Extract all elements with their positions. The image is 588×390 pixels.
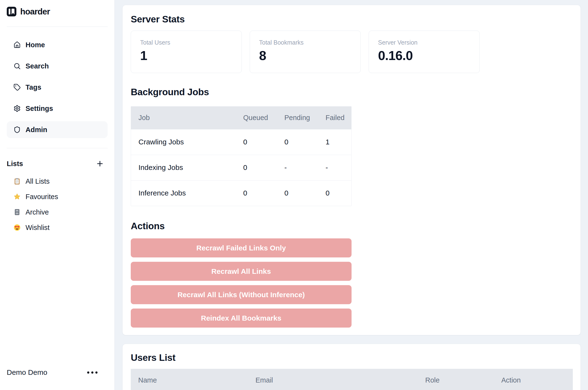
star-icon: [13, 193, 21, 200]
plus-icon: [96, 160, 104, 168]
users-list-title: Users List: [131, 352, 572, 363]
user-name: Demo Demo: [7, 368, 47, 377]
server-stats-title: Server Stats: [131, 14, 572, 25]
stat-card-total-bookmarks: Total Bookmarks 8: [250, 31, 361, 73]
ellipsis-icon: [87, 371, 89, 374]
sidebar-item-search[interactable]: Search: [7, 58, 108, 74]
queued-cell: 0: [243, 129, 284, 155]
clipboard-icon: [13, 178, 21, 185]
table-row-inference-jobs: Inference Jobs 0 0 0: [131, 180, 351, 206]
recrawl-failed-links-button[interactable]: Recrawl Failed Links Only: [131, 238, 352, 257]
pending-cell: -: [284, 155, 325, 180]
stat-label: Total Bookmarks: [259, 39, 353, 46]
sidebar-item-label: Tags: [26, 83, 41, 91]
sidebar-divider: [7, 27, 108, 27]
hoarder-app: hoarder Home Search Tags: [0, 0, 588, 390]
queued-cell: 0: [243, 155, 284, 180]
column-header-queued: Queued: [243, 106, 284, 129]
stat-card-server-version: Server Version 0.16.0: [369, 31, 480, 73]
recrawl-all-links-without-inference-button[interactable]: Recrawl All Links (Without Inference): [131, 285, 352, 304]
list-item-wishlist[interactable]: Wishlist: [7, 221, 108, 234]
lists-header: Lists: [7, 159, 108, 168]
job-name-cell: Inference Jobs: [131, 180, 243, 206]
stat-label: Total Users: [140, 39, 234, 46]
users-list-card: Users List Name Email Role Action: [122, 344, 581, 390]
sidebar-spacer: [7, 236, 108, 366]
lists-title: Lists: [7, 160, 23, 168]
column-header-name: Name: [131, 369, 255, 390]
hoarder-logo-icon: [7, 7, 16, 16]
admin-panel-card: Server Stats Total Users 1 Total Bookmar…: [122, 5, 581, 335]
sidebar: hoarder Home Search Tags: [0, 0, 115, 390]
sidebar-item-label: Settings: [26, 105, 53, 113]
user-menu-button[interactable]: [87, 370, 98, 375]
stat-value: 8: [259, 48, 353, 63]
ellipsis-icon: [91, 371, 93, 374]
queued-cell: 0: [243, 180, 284, 206]
column-header-role: Role: [425, 369, 501, 390]
lists-section: All Lists Favourites Archive Wishlist: [7, 175, 108, 236]
list-item-label: All Lists: [26, 177, 50, 185]
pending-cell: 0: [284, 180, 325, 206]
column-header-failed: Failed: [325, 106, 351, 129]
stat-card-total-users: Total Users 1: [131, 31, 242, 73]
background-jobs-table: Job Queued Pending Failed Crawling Jobs …: [131, 106, 352, 206]
stat-value: 1: [140, 48, 234, 63]
table-row-indexing-jobs: Indexing Jobs 0 - -: [131, 155, 351, 180]
list-item-all-lists[interactable]: All Lists: [7, 175, 108, 188]
sidebar-item-admin[interactable]: Admin: [7, 121, 108, 138]
list-item-archive[interactable]: Archive: [7, 205, 108, 219]
ellipsis-icon: [95, 371, 98, 374]
column-header-job: Job: [131, 106, 243, 129]
search-icon: [13, 62, 21, 70]
column-header-email: Email: [255, 369, 425, 390]
list-item-label: Favourites: [26, 193, 58, 201]
list-item-favourites[interactable]: Favourites: [7, 190, 108, 203]
reindex-all-bookmarks-button[interactable]: Reindex All Bookmarks: [131, 308, 352, 328]
gear-icon: [13, 105, 21, 112]
stat-label: Server Version: [378, 39, 472, 46]
actions-section: Recrawl Failed Links Only Recrawl All Li…: [131, 238, 352, 328]
app-logo[interactable]: hoarder: [7, 7, 108, 16]
actions-title: Actions: [131, 221, 572, 232]
failed-cell: 1: [325, 129, 351, 155]
users-table: Name Email Role Action: [131, 369, 573, 390]
column-header-pending: Pending: [284, 106, 325, 129]
shield-icon: [13, 126, 21, 133]
list-item-label: Archive: [26, 208, 49, 216]
user-row: Demo Demo: [7, 366, 108, 379]
home-icon: [13, 41, 21, 49]
sidebar-item-label: Home: [26, 41, 45, 49]
jobs-header-row: Job Queued Pending Failed: [131, 106, 351, 129]
sidebar-item-tags[interactable]: Tags: [7, 79, 108, 96]
tag-icon: [13, 84, 21, 91]
users-header-row: Name Email Role Action: [131, 369, 573, 390]
pending-cell: 0: [284, 129, 325, 155]
failed-cell: 0: [325, 180, 351, 206]
heart-eyes-icon: [13, 224, 21, 231]
recrawl-all-links-button[interactable]: Recrawl All Links: [131, 262, 352, 281]
column-header-action: Action: [501, 369, 573, 390]
app-title: hoarder: [20, 7, 50, 16]
stat-value: 0.16.0: [378, 48, 472, 63]
background-jobs-title: Background Jobs: [131, 87, 572, 98]
add-list-button[interactable]: [96, 159, 104, 168]
main-content: Server Stats Total Users 1 Total Bookmar…: [115, 0, 588, 390]
sidebar-item-home[interactable]: Home: [7, 36, 108, 53]
archive-icon: [13, 208, 21, 216]
failed-cell: -: [325, 155, 351, 180]
sidebar-item-label: Search: [26, 62, 49, 70]
list-item-label: Wishlist: [26, 224, 50, 232]
job-name-cell: Indexing Jobs: [131, 155, 243, 180]
sidebar-nav: Home Search Tags Settings: [7, 36, 108, 143]
sidebar-item-settings[interactable]: Settings: [7, 100, 108, 117]
table-row-crawling-jobs: Crawling Jobs 0 0 1: [131, 129, 351, 155]
sidebar-item-label: Admin: [26, 126, 47, 134]
sidebar-divider: [7, 148, 108, 148]
job-name-cell: Crawling Jobs: [131, 129, 243, 155]
server-stats-row: Total Users 1 Total Bookmarks 8 Server V…: [131, 31, 572, 73]
